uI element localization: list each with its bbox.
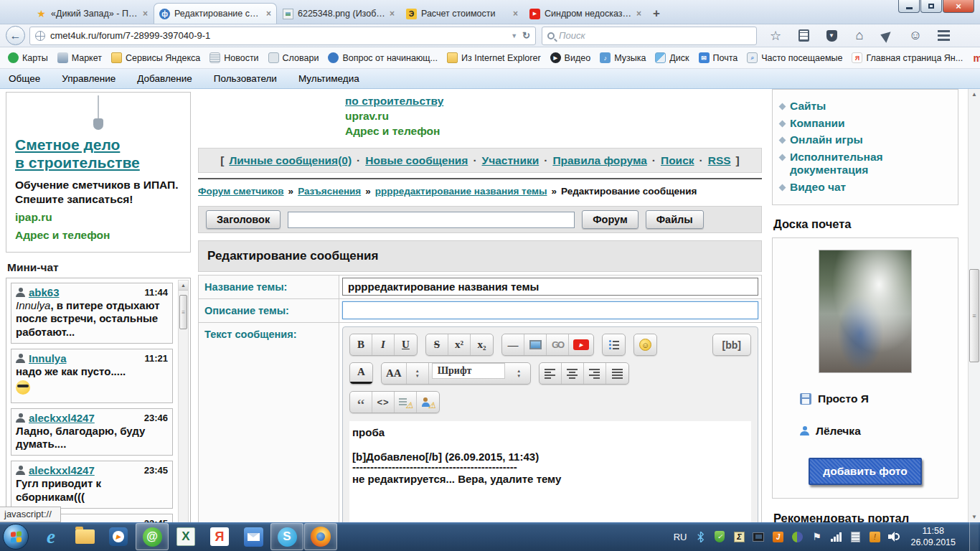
report-text-button[interactable]: ⚠ [395, 392, 417, 413]
header-button[interactable]: Заголовок [206, 210, 281, 229]
scroll-down-icon[interactable]: ▼ [969, 512, 980, 522]
breadcrumb-forum[interactable]: Форум сметчиков [198, 186, 284, 197]
link-online-games[interactable]: Онлайн игры [790, 133, 863, 147]
font-color-button[interactable]: A [350, 363, 372, 384]
ad-address-link[interactable]: Адрес и телефон [345, 123, 762, 138]
volume-icon[interactable] [888, 531, 900, 542]
chat-username-link[interactable]: Innulya [29, 352, 67, 364]
tab-close-icon[interactable]: × [636, 9, 641, 19]
nav-search[interactable]: Поиск [661, 154, 694, 167]
language-indicator[interactable]: RU [674, 532, 687, 542]
member-link[interactable]: Лёлечка [816, 425, 861, 438]
topic-description-input[interactable] [342, 301, 758, 319]
back-button[interactable]: ← [6, 26, 25, 45]
bookmark-video[interactable]: ▶Видео [547, 51, 595, 65]
start-button[interactable] [3, 524, 29, 550]
clipboard-tray-icon[interactable] [849, 531, 861, 542]
close-button[interactable]: × [943, 0, 974, 13]
tab-cost-calc[interactable]: Э Расчет стоимости × [400, 3, 524, 24]
tab-edit-message[interactable]: ф Редактирование сообщен... × [154, 3, 277, 24]
bookmarks-list-icon[interactable] [796, 29, 811, 43]
ad-uprav-link[interactable]: uprav.ru [345, 108, 762, 123]
show-desktop-button[interactable] [969, 522, 979, 551]
tab-close-icon[interactable]: × [143, 9, 148, 19]
bookmark-market[interactable]: Маркет [54, 51, 105, 65]
tab-close-icon[interactable]: × [266, 9, 271, 19]
adblock-shield-icon[interactable]: ▼ [824, 29, 839, 43]
java-icon[interactable]: J [772, 531, 783, 542]
reload-icon[interactable]: ↻ [522, 30, 530, 41]
scroll-up-icon[interactable]: ▲ [969, 89, 980, 100]
network-signal-icon[interactable] [830, 531, 842, 542]
nav-forum-rules[interactable]: Правила форума [552, 154, 646, 167]
bookmark-maps[interactable]: Карты [4, 51, 52, 65]
bookmark-star-icon[interactable]: ☆ [768, 29, 783, 43]
insert-youtube-button[interactable]: ▶ [569, 334, 593, 355]
nav-rss[interactable]: RSS [708, 154, 731, 167]
hello-smiley-icon[interactable]: ☺ [908, 29, 923, 43]
align-left-button[interactable] [540, 363, 562, 384]
ad-construction-link[interactable]: по строительству [345, 93, 762, 108]
action-center-flag-icon[interactable]: ⚑ [811, 531, 822, 542]
ad-site-link[interactable]: ipap.ru [15, 211, 182, 224]
justify-button[interactable] [606, 363, 628, 384]
bookmark-news[interactable]: Новости [206, 51, 262, 65]
underline-button[interactable]: U [395, 334, 417, 355]
add-photo-button[interactable]: добавить фото [809, 458, 921, 485]
ad-contact-link[interactable]: Адрес и телефон [15, 229, 182, 242]
bold-button[interactable]: B [350, 334, 372, 355]
minimize-button[interactable] [898, 0, 920, 13]
page-scrollbar[interactable]: ▲ ≡ ▼ [968, 89, 980, 522]
restore-button[interactable] [920, 0, 942, 13]
new-tab-button[interactable]: + [647, 3, 666, 24]
send-icon[interactable] [880, 29, 895, 43]
taskbar-yandex[interactable]: Я [203, 523, 236, 550]
admin-menu-users[interactable]: Пользователи [214, 73, 277, 84]
bookmark-frequent[interactable]: ⌕Часто посещаемые [743, 51, 846, 65]
chat-username-link[interactable]: aleckxxl4247 [29, 412, 95, 424]
list-button[interactable] [603, 334, 625, 355]
font-size-spinner[interactable]: ▲▼ [407, 363, 429, 384]
search-box[interactable] [542, 27, 757, 45]
antivirus-shield-icon[interactable]: ✓ [714, 531, 725, 542]
smiley-button[interactable]: ☺ [634, 334, 656, 355]
subscript-button[interactable]: x₂ [471, 334, 493, 355]
bookmark-dictionaries[interactable]: Словари [265, 51, 323, 65]
code-button[interactable]: <> [372, 392, 395, 413]
nav-members[interactable]: Участники [482, 154, 540, 167]
header-input[interactable] [288, 212, 575, 228]
insert-link-button[interactable]: GO [547, 334, 569, 355]
taskbar-mailru-agent[interactable]: @ [136, 523, 169, 550]
updates-tray-icon[interactable]: ! [869, 531, 880, 542]
admin-menu-multimedia[interactable]: Мультимедиа [298, 73, 359, 84]
bookmark-yandex-services[interactable]: Сервисы Яндекса [108, 51, 204, 65]
tab-image-png[interactable]: 6225348.png (Изображени... × [277, 3, 400, 24]
chat-username-link[interactable]: aleckxxl4247 [29, 464, 95, 476]
bookmark-from-ie[interactable]: Из Internet Explorer [443, 51, 545, 65]
files-button[interactable]: Файлы [646, 210, 704, 229]
admin-menu-general[interactable]: Общее [9, 73, 40, 84]
align-center-button[interactable] [562, 363, 584, 384]
chat-username-link[interactable]: abk63 [29, 286, 60, 298]
strikethrough-button[interactable]: S [426, 334, 448, 355]
italic-button[interactable]: I [372, 334, 395, 355]
link-executive-docs[interactable]: Исполнительная документация [790, 151, 951, 177]
sigma-app-icon[interactable]: Σ [733, 531, 745, 542]
report-user-button[interactable]: ⚠ [417, 392, 439, 413]
admin-menu-adding[interactable]: Добавление [137, 73, 192, 84]
font-family-spinner[interactable]: ▲▼ [508, 363, 530, 384]
font-family-select[interactable]: Шрифт [432, 363, 505, 379]
link-companies[interactable]: Компании [790, 117, 845, 131]
tab-wild-west[interactable]: ★ «Дикий Запад» - Прилож... × [30, 3, 154, 24]
nav-new-messages[interactable]: Новые сообщения [365, 154, 468, 167]
app-circle-icon[interactable] [791, 531, 803, 542]
quote-button[interactable]: “ [350, 392, 372, 413]
address-bar[interactable]: cmet4uk.ru/forum/7-28999-397040-9-1 ▼ ↻ [29, 27, 536, 45]
tab-youtube[interactable]: ▶ Синдром недосказанност... × [524, 3, 647, 24]
taskbar-internet-explorer[interactable]: e [34, 523, 67, 550]
insert-image-button[interactable] [524, 334, 547, 355]
chat-scroll-thumb[interactable]: ≡ [179, 295, 187, 329]
taskbar-mail[interactable] [237, 523, 270, 550]
bookmark-yandex-home[interactable]: ЯГлавная страница Ян... [848, 51, 966, 65]
admin-menu-management[interactable]: Управление [62, 73, 116, 84]
